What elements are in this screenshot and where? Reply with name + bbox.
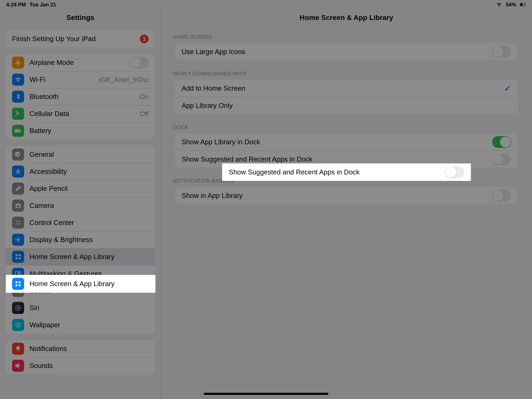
svg-point-30 (17, 307, 19, 309)
battery-settings-icon (12, 125, 24, 137)
section-header-newly-downloaded: NEWLY DOWNLOADED APPS (173, 71, 520, 77)
brightness-icon (12, 234, 24, 246)
svg-point-7 (18, 169, 19, 170)
svg-rect-9 (18, 221, 20, 222)
checkmark-icon: ✓ (504, 84, 511, 93)
show-suggested-toggle[interactable] (492, 154, 511, 165)
setup-badge: 1 (140, 34, 149, 43)
svg-line-17 (16, 238, 17, 238)
show-suggested-toggle-highlight[interactable] (445, 166, 464, 178)
sidebar-item-label: Control Center (30, 219, 149, 227)
sidebar-item-label: Wi-Fi (30, 76, 99, 84)
section-header-home-screen: HOME SCREEN (173, 34, 520, 40)
svg-rect-6 (20, 130, 21, 131)
detail-title: Home Screen & App Library (161, 9, 532, 26)
highlight-label: Show Suggested and Recent Apps in Dock (229, 168, 445, 176)
siri-icon (12, 302, 24, 314)
connectivity-group: Airplane Mode Wi-Fi iGB_Airtel_5Ghz Blue… (6, 54, 155, 139)
sidebar-item-accessibility[interactable]: Accessibility (6, 163, 155, 180)
sidebar-item-camera[interactable]: Camera (6, 197, 155, 214)
sidebar-item-siri[interactable]: Siri (6, 299, 155, 316)
svg-rect-2 (525, 4, 526, 5)
sidebar-item-label: Camera (30, 202, 149, 210)
svg-rect-22 (19, 254, 21, 256)
newly-downloaded-group: Add to Home Screen ✓ App Library Only (175, 80, 518, 114)
sidebar-item-pencil[interactable]: Apple Pencil (6, 180, 155, 197)
sidebar-item-label: Airplane Mode (30, 59, 129, 66)
status-time: 4:24 PM (6, 2, 26, 8)
wifi-value: iGB_Airtel_5Ghz (99, 76, 149, 84)
sidebar-item-home-screen[interactable]: Home Screen & App Library (6, 248, 155, 265)
sidebar-item-notifications[interactable]: Notifications (6, 340, 155, 357)
wallpaper-icon (12, 319, 24, 331)
highlight-show-suggested-row: Show Suggested and Recent Apps in Dock (222, 163, 471, 181)
svg-rect-35 (16, 284, 18, 286)
sidebar-item-label: Cellular Data (30, 110, 140, 118)
sidebar-item-bluetooth[interactable]: Bluetooth On (6, 88, 155, 105)
highlight-sidebar-home-screen: Home Screen & App Library (6, 275, 155, 293)
home-screen-icon (12, 251, 24, 263)
sidebar-item-label: Home Screen & App Library (30, 253, 149, 261)
wifi-status-icon (496, 2, 502, 7)
battery-icon (520, 2, 526, 7)
sidebar-item-battery[interactable]: Battery (6, 122, 155, 139)
settings-sidebar: Settings Finish Setting Up Your iPad 1 A… (0, 9, 161, 399)
speaker-icon (12, 360, 24, 372)
svg-rect-24 (19, 257, 21, 259)
gear-icon (12, 148, 24, 161)
row-label: Show Suggested and Recent Apps in Dock (182, 155, 492, 163)
sidebar-item-label: Wallpaper (30, 321, 149, 329)
wifi-icon (12, 74, 24, 86)
sidebar-item-label: Battery (30, 127, 149, 135)
home-screen-group: Use Large App Icons (175, 43, 518, 60)
show-app-library-toggle[interactable] (492, 136, 511, 148)
sidebar-item-sounds[interactable]: Sounds (6, 357, 155, 374)
sidebar-item-label: Notifications (30, 345, 149, 353)
show-in-app-library-toggle[interactable] (492, 190, 511, 201)
airplane-toggle[interactable] (129, 57, 149, 68)
battery-percent: 54% (506, 2, 516, 8)
svg-point-10 (19, 223, 20, 225)
general-group: General Accessibility Apple Pencil Camer… (6, 146, 155, 334)
airplane-icon (12, 57, 24, 69)
row-large-app-icons[interactable]: Use Large App Icons (175, 43, 518, 60)
row-add-to-home-screen[interactable]: Add to Home Screen ✓ (175, 80, 518, 97)
sidebar-item-label: Accessibility (30, 167, 149, 175)
svg-line-18 (20, 241, 20, 242)
sidebar-item-label: General (30, 151, 149, 158)
sidebar-item-finish-setup[interactable]: Finish Setting Up Your iPad 1 (6, 30, 155, 47)
status-bar: 4:24 PM Tue Jan 21 54% (0, 0, 532, 9)
accessibility-icon (12, 166, 24, 178)
sidebar-item-wifi[interactable]: Wi-Fi iGB_Airtel_5Ghz (6, 71, 155, 88)
row-show-in-app-library[interactable]: Show in App Library (175, 187, 518, 204)
bell-icon (12, 343, 24, 355)
notification-badges-group: Show in App Library (175, 187, 518, 204)
svg-point-8 (16, 221, 17, 222)
svg-rect-11 (16, 224, 19, 224)
camera-icon (12, 200, 24, 212)
sidebar-item-general[interactable]: General (6, 146, 155, 163)
large-icons-toggle[interactable] (492, 46, 511, 58)
svg-rect-5 (15, 130, 20, 132)
sidebar-item-airplane-mode[interactable]: Airplane Mode (6, 54, 155, 71)
row-app-library-only[interactable]: App Library Only (175, 97, 518, 114)
system-group: Notifications Sounds (6, 340, 155, 374)
row-show-app-library-in-dock[interactable]: Show App Library in Dock (175, 134, 518, 151)
row-label: App Library Only (182, 102, 511, 109)
sidebar-item-label: Apple Pencil (30, 185, 149, 193)
row-label: Use Large App Icons (182, 48, 492, 56)
sidebar-item-control-center[interactable]: Control Center (6, 214, 155, 231)
sidebar-item-display[interactable]: Display & Brightness (6, 231, 155, 248)
sidebar-item-label: Bluetooth (30, 93, 140, 101)
sidebar-item-label: Display & Brightness (30, 236, 149, 244)
home-screen-icon (12, 278, 24, 290)
status-date: Tue Jan 21 (30, 2, 56, 8)
sidebar-item-wallpaper[interactable]: Wallpaper (6, 316, 155, 334)
svg-rect-23 (16, 257, 18, 259)
row-label: Add to Home Screen (182, 84, 504, 92)
svg-point-3 (15, 116, 16, 116)
dock-group: Show App Library in Dock Show Suggested … (175, 134, 518, 167)
svg-rect-36 (19, 284, 21, 286)
home-indicator[interactable] (204, 393, 328, 395)
sidebar-item-cellular[interactable]: Cellular Data Off (6, 105, 155, 122)
